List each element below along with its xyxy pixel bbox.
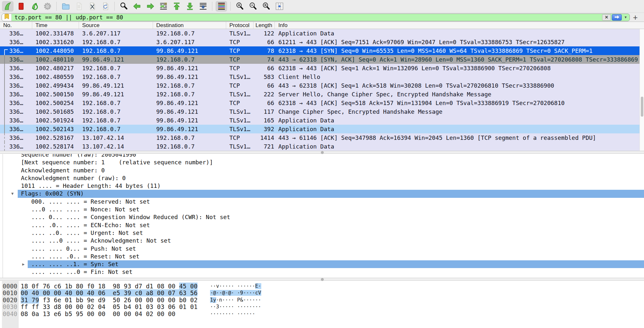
- col-source: 192.168.0.7: [79, 125, 153, 133]
- packet-row[interactable]: 336…1002.480217192.168.0.799.86.49.121TC…: [0, 64, 639, 72]
- detail-line[interactable]: Acknowledgment number: 0: [0, 167, 644, 174]
- capture-options-button[interactable]: [42, 1, 53, 12]
- header-protocol[interactable]: Protocol: [226, 22, 254, 29]
- add-filter-button[interactable]: +: [630, 14, 641, 21]
- detail-selection-bar: [28, 260, 644, 268]
- filter-history-dropdown[interactable]: ▼: [624, 15, 627, 19]
- go-to-packet-button[interactable]: [158, 1, 169, 12]
- filter-bookmark-button[interactable]: [2, 14, 12, 21]
- detail-text: ...0 .... .... = Nonce: Not set: [0, 206, 139, 213]
- col-time: 1002.502143: [32, 125, 79, 133]
- col-destination: 192.168.0.7: [153, 133, 226, 142]
- col-time: 1002.448050: [32, 46, 79, 55]
- detail-line[interactable]: .... .... ...0 = Fin: Not set: [0, 268, 644, 276]
- col-destination: 192.168.0.7: [153, 81, 226, 90]
- start-capture-button[interactable]: [2, 1, 14, 12]
- colorize-packets-button[interactable]: [216, 1, 227, 12]
- detail-line[interactable]: .... .... .0.. = Reset: Not set: [0, 253, 644, 260]
- reload-capture-file-button[interactable]: [100, 1, 111, 12]
- go-last-packet-button[interactable]: [184, 1, 196, 12]
- packet-row[interactable]: 336…1002.480559192.168.0.799.86.49.121TL…: [0, 72, 639, 81]
- scrollbar-thumb[interactable]: [641, 97, 643, 117]
- packet-row[interactable]: 336…1002.501685192.168.0.799.86.49.121TL…: [0, 107, 639, 116]
- col-destination: 99.86.49.121: [153, 116, 226, 125]
- file-close-icon: [88, 2, 97, 11]
- pane-splitter-top[interactable]: [0, 151, 644, 154]
- detail-line[interactable]: [Next sequence number: 1 (relative seque…: [0, 159, 644, 166]
- header-source[interactable]: Source: [79, 22, 153, 29]
- close-capture-file-button[interactable]: [86, 1, 98, 12]
- zoom-in-button[interactable]: [234, 1, 245, 12]
- packet-row[interactable]: 336…1002.49943499.86.49.121192.168.0.7TC…: [0, 81, 639, 90]
- col-length: 392: [254, 125, 275, 133]
- restart-capture-button[interactable]: [28, 1, 40, 12]
- detail-line[interactable]: .... .... 0... = Push: Not set: [0, 245, 644, 253]
- detail-text: 1011 .... = Header Length: 44 bytes (11): [0, 182, 160, 190]
- packet-row[interactable]: 336…1002.52816713.107.42.14192.168.0.7TC…: [0, 133, 639, 142]
- detail-line[interactable]: 1011 .... = Header Length: 44 bytes (11): [0, 182, 644, 190]
- header-info[interactable]: Info: [275, 22, 644, 29]
- hex-line[interactable]: 0030ff ff 33 d8 00 00 02 04 05 b4 01 03 …: [0, 304, 644, 310]
- detail-line[interactable]: .... ..0. .... = Urgent: Not set: [0, 229, 644, 237]
- col-no: 336…: [0, 46, 32, 55]
- clear-filter-button[interactable]: ✕: [602, 14, 611, 21]
- col-destination: 192.168.0.7: [153, 142, 226, 151]
- detail-line[interactable]: 000. .... .... = Reserved: Not set: [0, 198, 644, 206]
- resize-columns-icon: [275, 2, 284, 11]
- packet-row[interactable]: 336…1002.500254192.168.0.799.86.49.121TC…: [0, 99, 639, 107]
- hex-bytes: 00 40 00 00 40 00 40 06 e5 39 c0 a8 00 0…: [21, 290, 197, 296]
- resize-columns-button[interactable]: [274, 1, 285, 12]
- go-previous-packet-button[interactable]: [131, 1, 143, 12]
- apply-filter-button[interactable]: [612, 14, 622, 21]
- col-protocol: TCP: [226, 99, 254, 107]
- col-info: 61211 → 443 [ACK] Seq=7151 Ack=97069 Win…: [275, 38, 639, 46]
- col-length: 165: [254, 116, 275, 125]
- header-length[interactable]: Length: [254, 22, 275, 29]
- col-info: 62318 → 443 [ACK] Seq=518 Ack=157 Win=13…: [275, 99, 639, 107]
- hex-line[interactable]: 002031 79 f3 6e 01 bb 9e d9 50 26 00 00 …: [0, 297, 644, 304]
- col-time: 1002.500150: [32, 90, 79, 99]
- col-no: 336…: [0, 81, 32, 90]
- detail-line[interactable]: .... ...0 .... = Acknowledgment: Not set: [0, 237, 644, 245]
- auto-scroll-button[interactable]: [197, 1, 209, 12]
- detail-line[interactable]: Acknowledgment number (raw): 0: [0, 174, 644, 182]
- hex-line[interactable]: 001000 40 00 00 40 00 40 06 e5 39 c0 a8 …: [0, 290, 644, 296]
- zoom-reset-button[interactable]: [260, 1, 272, 12]
- detail-line[interactable]: Sequence number (raw): 2005041990: [0, 154, 644, 159]
- packet-row[interactable]: 336…1002.331620192.168.0.73.6.207.117TCP…: [0, 38, 639, 46]
- col-info: Client Hello: [275, 72, 639, 81]
- clear-icon: ✕: [605, 15, 608, 20]
- pane-splitter-bottom[interactable]: [0, 278, 644, 281]
- zoom-out-button[interactable]: [247, 1, 259, 12]
- packet-list-scrollbar[interactable]: [639, 29, 644, 151]
- header-no[interactable]: No.: [0, 22, 32, 29]
- gear-icon: [43, 2, 52, 11]
- hex-line[interactable]: 000018 0f 76 c6 1b 80 f0 18 98 93 d7 d1 …: [0, 283, 644, 290]
- packet-row[interactable]: 336…1002.502143192.168.0.799.86.49.121TL…: [0, 125, 639, 133]
- header-destination[interactable]: Destination: [153, 22, 226, 29]
- display-filter-input[interactable]: tcp.port == 80 || udp.port == 80 ✕ ▼: [2, 14, 630, 21]
- detail-line[interactable]: .... 0... .... = Congestion Window Reduc…: [0, 213, 644, 221]
- detail-line[interactable]: ...0 .... .... = Nonce: Not set: [0, 206, 644, 213]
- go-next-packet-button[interactable]: [144, 1, 156, 12]
- find-packet-button[interactable]: [118, 1, 130, 12]
- stop-capture-button[interactable]: [15, 1, 27, 12]
- packet-row[interactable]: 336…1002.3314783.6.207.117192.168.0.7TLS…: [0, 29, 639, 38]
- packet-row[interactable]: 336…1002.48011099.86.49.121192.168.0.7TC…: [0, 55, 639, 64]
- collapse-icon[interactable]: ▼: [11, 190, 14, 198]
- detail-line[interactable]: ▶.... .... ..1. = Syn: Set: [0, 260, 644, 268]
- col-info: Application Data: [275, 116, 639, 125]
- packet-row[interactable]: 336…1002.501924192.168.0.799.86.49.121TL…: [0, 116, 639, 125]
- packet-row[interactable]: 336…1002.50015099.86.49.121192.168.0.7TL…: [0, 90, 639, 99]
- packet-row[interactable]: 336…1002.52817413.107.42.14192.168.0.7TL…: [0, 142, 639, 151]
- hex-offset: 0000: [3, 283, 17, 290]
- detail-line[interactable]: ▼Flags: 0x002 (SYN): [0, 190, 644, 198]
- detail-line[interactable]: .... .0.. .... = ECN-Echo: Not set: [0, 221, 644, 229]
- packet-row[interactable]: 336…1002.448050192.168.0.799.86.49.121TC…: [0, 46, 639, 55]
- go-first-packet-button[interactable]: [171, 1, 182, 12]
- header-time[interactable]: Time: [32, 22, 79, 29]
- expand-icon[interactable]: ▶: [22, 260, 24, 268]
- hex-line[interactable]: 004008 0a 13 e6 b5 95 00 00 00 00 04 02 …: [0, 311, 644, 317]
- arrow-right-icon: [146, 2, 155, 11]
- open-capture-file-button[interactable]: [60, 1, 72, 12]
